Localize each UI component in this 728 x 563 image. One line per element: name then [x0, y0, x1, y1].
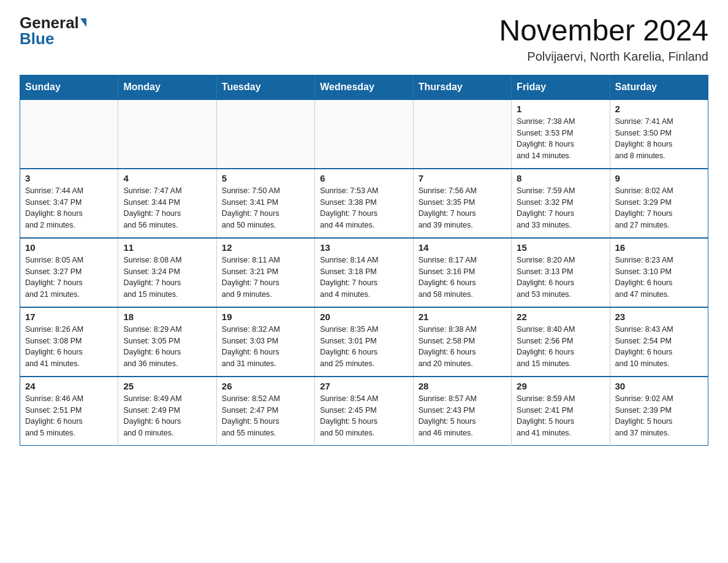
day-info: Sunrise: 8:20 AMSunset: 3:13 PMDaylight:… — [517, 255, 604, 301]
week-row-2: 3Sunrise: 7:44 AMSunset: 3:47 PMDaylight… — [20, 169, 708, 238]
day-info: Sunrise: 8:59 AMSunset: 2:41 PMDaylight:… — [517, 393, 604, 439]
day-info: Sunrise: 8:11 AMSunset: 3:21 PMDaylight:… — [222, 255, 309, 301]
weekday-row: SundayMondayTuesdayWednesdayThursdayFrid… — [20, 75, 708, 99]
month-title: November 2024 — [499, 15, 708, 47]
week-row-3: 10Sunrise: 8:05 AMSunset: 3:27 PMDayligh… — [20, 238, 708, 307]
week-row-4: 17Sunrise: 8:26 AMSunset: 3:08 PMDayligh… — [20, 307, 708, 377]
calendar-cell: 5Sunrise: 7:50 AMSunset: 3:41 PMDaylight… — [216, 169, 314, 238]
calendar-cell: 15Sunrise: 8:20 AMSunset: 3:13 PMDayligh… — [512, 238, 610, 307]
day-info: Sunrise: 7:50 AMSunset: 3:41 PMDaylight:… — [222, 185, 309, 231]
calendar-table: SundayMondayTuesdayWednesdayThursdayFrid… — [20, 75, 708, 446]
calendar-cell: 14Sunrise: 8:17 AMSunset: 3:16 PMDayligh… — [413, 238, 511, 307]
day-number: 25 — [123, 381, 211, 391]
weekday-header-thursday: Thursday — [413, 75, 511, 99]
day-info: Sunrise: 7:41 AMSunset: 3:50 PMDaylight:… — [615, 116, 703, 162]
logo-general-text: General — [20, 15, 79, 31]
day-number: 9 — [615, 173, 703, 183]
day-info: Sunrise: 7:47 AMSunset: 3:44 PMDaylight:… — [123, 185, 211, 231]
calendar-cell: 3Sunrise: 7:44 AMSunset: 3:47 PMDaylight… — [20, 169, 118, 238]
week-row-5: 24Sunrise: 8:46 AMSunset: 2:51 PMDayligh… — [20, 377, 708, 446]
day-info: Sunrise: 7:44 AMSunset: 3:47 PMDaylight:… — [25, 185, 113, 231]
day-number: 15 — [517, 242, 604, 253]
calendar-cell: 1Sunrise: 7:38 AMSunset: 3:53 PMDaylight… — [512, 99, 610, 169]
day-number: 27 — [320, 381, 408, 391]
calendar-cell: 19Sunrise: 8:32 AMSunset: 3:03 PMDayligh… — [216, 307, 314, 377]
calendar-cell: 11Sunrise: 8:08 AMSunset: 3:24 PMDayligh… — [118, 238, 216, 307]
day-info: Sunrise: 8:46 AMSunset: 2:51 PMDaylight:… — [25, 393, 113, 439]
day-number: 7 — [419, 173, 506, 183]
calendar-cell: 23Sunrise: 8:43 AMSunset: 2:54 PMDayligh… — [610, 307, 708, 377]
day-info: Sunrise: 8:32 AMSunset: 3:03 PMDaylight:… — [222, 324, 309, 370]
calendar-cell: 29Sunrise: 8:59 AMSunset: 2:41 PMDayligh… — [512, 377, 610, 446]
day-number: 4 — [123, 173, 211, 183]
calendar-cell — [20, 99, 118, 169]
calendar-cell: 7Sunrise: 7:56 AMSunset: 3:35 PMDaylight… — [413, 169, 511, 238]
day-info: Sunrise: 8:35 AMSunset: 3:01 PMDaylight:… — [320, 324, 408, 370]
day-info: Sunrise: 8:26 AMSunset: 3:08 PMDaylight:… — [25, 324, 113, 370]
day-number: 20 — [320, 312, 408, 322]
day-info: Sunrise: 7:38 AMSunset: 3:53 PMDaylight:… — [517, 116, 604, 162]
calendar-cell: 6Sunrise: 7:53 AMSunset: 3:38 PMDaylight… — [315, 169, 413, 238]
day-number: 26 — [222, 381, 309, 391]
day-info: Sunrise: 7:59 AMSunset: 3:32 PMDaylight:… — [517, 185, 604, 231]
calendar-cell: 27Sunrise: 8:54 AMSunset: 2:45 PMDayligh… — [315, 377, 413, 446]
day-info: Sunrise: 8:23 AMSunset: 3:10 PMDaylight:… — [615, 255, 703, 301]
day-info: Sunrise: 8:05 AMSunset: 3:27 PMDaylight:… — [25, 255, 113, 301]
day-number: 13 — [320, 242, 408, 253]
calendar-cell: 4Sunrise: 7:47 AMSunset: 3:44 PMDaylight… — [118, 169, 216, 238]
day-info: Sunrise: 7:56 AMSunset: 3:35 PMDaylight:… — [419, 185, 506, 231]
day-number: 22 — [517, 312, 604, 322]
day-number: 1 — [517, 104, 604, 114]
calendar-cell: 22Sunrise: 8:40 AMSunset: 2:56 PMDayligh… — [512, 307, 610, 377]
calendar-cell: 2Sunrise: 7:41 AMSunset: 3:50 PMDaylight… — [610, 99, 708, 169]
page-header: General Blue November 2024 Polvijaervi, … — [20, 15, 708, 64]
weekday-header-sunday: Sunday — [20, 75, 118, 99]
calendar-cell — [118, 99, 216, 169]
day-number: 18 — [123, 312, 211, 322]
day-info: Sunrise: 8:08 AMSunset: 3:24 PMDaylight:… — [123, 255, 211, 301]
weekday-header-friday: Friday — [512, 75, 610, 99]
day-number: 14 — [419, 242, 506, 253]
logo-blue-text: Blue — [20, 31, 54, 47]
day-info: Sunrise: 8:40 AMSunset: 2:56 PMDaylight:… — [517, 324, 604, 370]
day-info: Sunrise: 8:57 AMSunset: 2:43 PMDaylight:… — [419, 393, 506, 439]
calendar-cell: 20Sunrise: 8:35 AMSunset: 3:01 PMDayligh… — [315, 307, 413, 377]
day-info: Sunrise: 7:53 AMSunset: 3:38 PMDaylight:… — [320, 185, 408, 231]
week-row-1: 1Sunrise: 7:38 AMSunset: 3:53 PMDaylight… — [20, 99, 708, 169]
calendar-cell: 9Sunrise: 8:02 AMSunset: 3:29 PMDaylight… — [610, 169, 708, 238]
day-number: 16 — [615, 242, 703, 253]
day-number: 28 — [419, 381, 506, 391]
day-info: Sunrise: 8:14 AMSunset: 3:18 PMDaylight:… — [320, 255, 408, 301]
day-number: 21 — [419, 312, 506, 322]
day-number: 12 — [222, 242, 309, 253]
calendar-cell: 12Sunrise: 8:11 AMSunset: 3:21 PMDayligh… — [216, 238, 314, 307]
day-number: 29 — [517, 381, 604, 391]
day-number: 8 — [517, 173, 604, 183]
day-number: 11 — [123, 242, 211, 253]
day-number: 5 — [222, 173, 309, 183]
day-info: Sunrise: 8:43 AMSunset: 2:54 PMDaylight:… — [615, 324, 703, 370]
day-info: Sunrise: 8:29 AMSunset: 3:05 PMDaylight:… — [123, 324, 211, 370]
calendar-cell: 21Sunrise: 8:38 AMSunset: 2:58 PMDayligh… — [413, 307, 511, 377]
day-number: 23 — [615, 312, 703, 322]
day-info: Sunrise: 8:54 AMSunset: 2:45 PMDaylight:… — [320, 393, 408, 439]
day-number: 3 — [25, 173, 113, 183]
weekday-header-monday: Monday — [118, 75, 216, 99]
day-info: Sunrise: 8:38 AMSunset: 2:58 PMDaylight:… — [419, 324, 506, 370]
day-info: Sunrise: 9:02 AMSunset: 2:39 PMDaylight:… — [615, 393, 703, 439]
calendar-cell: 28Sunrise: 8:57 AMSunset: 2:43 PMDayligh… — [413, 377, 511, 446]
calendar-cell: 8Sunrise: 7:59 AMSunset: 3:32 PMDaylight… — [512, 169, 610, 238]
day-number: 19 — [222, 312, 309, 322]
day-number: 6 — [320, 173, 408, 183]
calendar-cell: 18Sunrise: 8:29 AMSunset: 3:05 PMDayligh… — [118, 307, 216, 377]
location-text: Polvijaervi, North Karelia, Finland — [499, 50, 708, 64]
day-number: 30 — [615, 381, 703, 391]
logo-arrow-icon — [80, 18, 86, 27]
weekday-header-saturday: Saturday — [610, 75, 708, 99]
calendar-cell: 26Sunrise: 8:52 AMSunset: 2:47 PMDayligh… — [216, 377, 314, 446]
day-number: 2 — [615, 104, 703, 114]
calendar-header: SundayMondayTuesdayWednesdayThursdayFrid… — [20, 75, 708, 99]
calendar-cell: 17Sunrise: 8:26 AMSunset: 3:08 PMDayligh… — [20, 307, 118, 377]
weekday-header-wednesday: Wednesday — [315, 75, 413, 99]
calendar-cell — [315, 99, 413, 169]
